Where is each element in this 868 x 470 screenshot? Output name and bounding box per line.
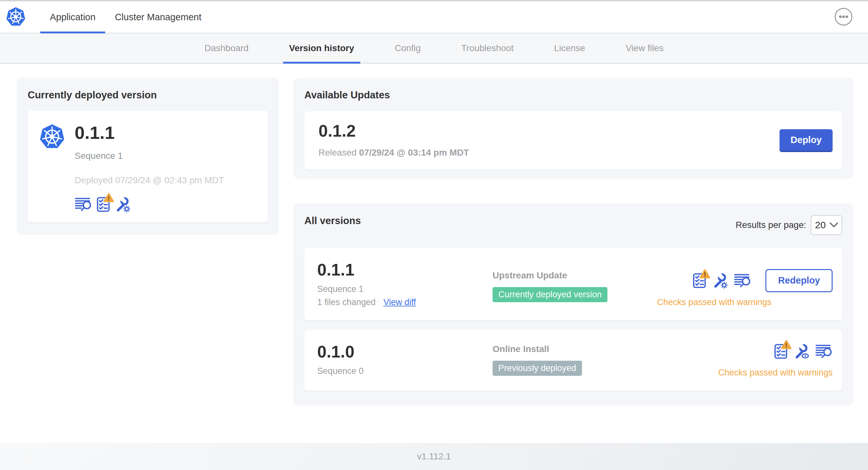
preflight-checks-icon[interactable] bbox=[693, 273, 706, 289]
version-row-source: Upstream Update Currently deployed versi… bbox=[493, 261, 657, 307]
deployed-sequence: Sequence 1 bbox=[75, 151, 224, 161]
version-row-info: 0.1.1 Sequence 1 1 files changed View di… bbox=[317, 261, 493, 307]
all-versions-header: All versions Results per page: 20 bbox=[304, 215, 842, 235]
deploy-button[interactable]: Deploy bbox=[779, 129, 833, 151]
update-released-line: Released 07/29/24 @ 03:14 pm MDT bbox=[318, 147, 469, 158]
files-changed-label: 1 files changed bbox=[317, 297, 376, 307]
preflight-checks-icon[interactable] bbox=[96, 197, 110, 212]
released-timestamp: 07/29/24 @ 03:14 pm MDT bbox=[359, 147, 469, 158]
right-column: Available Updates 0.1.2 Released 07/29/2… bbox=[293, 78, 853, 405]
version-number: 0.1.0 bbox=[317, 343, 493, 361]
edit-config-icon[interactable] bbox=[115, 196, 131, 212]
redeploy-button[interactable]: Redeploy bbox=[765, 269, 833, 292]
view-config-icon[interactable] bbox=[793, 343, 809, 360]
edit-config-icon[interactable] bbox=[712, 273, 728, 289]
warning-triangle-icon bbox=[103, 192, 114, 203]
warning-triangle-icon bbox=[781, 339, 792, 349]
version-row-actions: Redeploy Checks passed with warnings bbox=[657, 261, 833, 307]
version-row-actions: Checks passed with warnings bbox=[718, 343, 833, 378]
previously-deployed-badge: Previously deployed bbox=[493, 361, 582, 376]
version-row: 0.1.1 Sequence 1 1 files changed View di… bbox=[304, 248, 842, 320]
deployed-version-panel: 0.1.1 Sequence 1 Deployed 07/29/24 @ 02:… bbox=[28, 110, 268, 222]
app-level-tabs: Application Cluster Management bbox=[40, 1, 211, 33]
results-per-page-label: Results per page: bbox=[736, 220, 806, 230]
main-content: Currently deployed version 0.1.1 Sequenc… bbox=[0, 64, 868, 405]
app-header: Application Cluster Management bbox=[0, 0, 868, 33]
subnav-troubleshoot[interactable]: Troubleshoot bbox=[441, 33, 534, 63]
deployed-actions bbox=[75, 196, 224, 212]
subnav-view-files[interactable]: View files bbox=[606, 33, 684, 63]
results-per-page-select[interactable]: 20 bbox=[811, 215, 842, 235]
page-footer: v1.112.1 bbox=[0, 443, 868, 470]
page: Application Cluster Management Dashboard… bbox=[0, 0, 868, 405]
released-label: Released bbox=[318, 147, 356, 158]
deployed-card-title: Currently deployed version bbox=[28, 89, 268, 101]
version-number: 0.1.1 bbox=[317, 261, 493, 279]
kubernetes-app-icon bbox=[39, 124, 65, 150]
chevron-down-icon bbox=[830, 223, 838, 227]
version-source-label: Online Install bbox=[493, 344, 718, 354]
tab-application[interactable]: Application bbox=[40, 1, 105, 33]
all-versions-title: All versions bbox=[304, 215, 361, 227]
preflight-status-text: Checks passed with warnings bbox=[657, 297, 772, 307]
diff-icon[interactable] bbox=[734, 273, 751, 288]
currently-deployed-badge: Currently deployed version bbox=[493, 287, 608, 302]
update-row: 0.1.2 Released 07/29/24 @ 03:14 pm MDT D… bbox=[304, 111, 842, 169]
subnav-version-history[interactable]: Version history bbox=[269, 33, 374, 63]
app-subnav: Dashboard Version history Config Trouble… bbox=[0, 33, 868, 64]
diff-icon[interactable] bbox=[815, 344, 833, 359]
deployed-version-number: 0.1.1 bbox=[75, 124, 224, 142]
version-source-label: Upstream Update bbox=[493, 270, 657, 281]
subnav-dashboard[interactable]: Dashboard bbox=[184, 33, 269, 63]
update-version-number: 0.1.2 bbox=[318, 122, 469, 140]
preflight-checks-icon[interactable] bbox=[774, 344, 787, 359]
available-updates-title: Available Updates bbox=[304, 89, 842, 101]
version-sequence: Sequence 1 bbox=[317, 284, 493, 294]
tab-cluster-management[interactable]: Cluster Management bbox=[105, 1, 211, 33]
version-row: 0.1.0 Sequence 0 Online Install Previous… bbox=[304, 330, 842, 391]
subnav-license[interactable]: License bbox=[534, 33, 606, 63]
preflight-status-text: Checks passed with warnings bbox=[718, 368, 833, 378]
results-per-page-value: 20 bbox=[815, 220, 826, 231]
ellipsis-icon bbox=[834, 7, 853, 26]
version-sequence: Sequence 0 bbox=[317, 366, 493, 376]
subnav-config[interactable]: Config bbox=[374, 33, 441, 63]
version-row-source: Online Install Previously deployed bbox=[493, 343, 718, 378]
currently-deployed-card: Currently deployed version 0.1.1 Sequenc… bbox=[17, 78, 279, 235]
view-diff-link[interactable]: View diff bbox=[383, 297, 416, 307]
version-row-info: 0.1.0 Sequence 0 bbox=[317, 343, 493, 378]
warning-triangle-icon bbox=[700, 268, 710, 279]
deployed-timestamp: Deployed 07/29/24 @ 02:43 pm MDT bbox=[75, 175, 224, 186]
console-version: v1.112.1 bbox=[417, 451, 451, 462]
all-versions-card: All versions Results per page: 20 bbox=[293, 203, 853, 405]
kubernetes-logo-icon bbox=[6, 6, 26, 28]
available-updates-card: Available Updates 0.1.2 Released 07/29/2… bbox=[293, 78, 853, 178]
results-per-page: Results per page: 20 bbox=[736, 215, 842, 235]
diff-icon[interactable] bbox=[75, 197, 92, 212]
more-options-button[interactable] bbox=[834, 7, 853, 27]
